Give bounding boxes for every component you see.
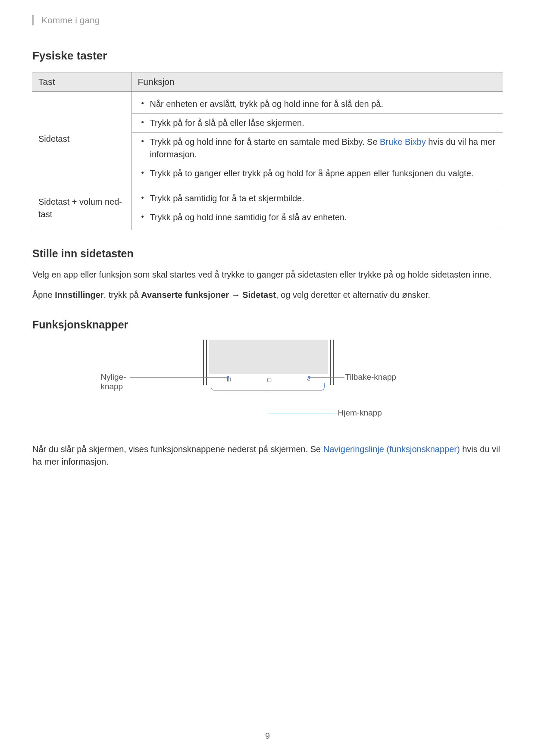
- callout-line: [268, 413, 337, 413]
- diagram-label-back: Tilbake-knapp: [345, 372, 397, 382]
- list-item: Trykk på samtidig for å ta et skjermbild…: [138, 190, 497, 207]
- table-row: Sidetast Når enheten er avslått, trykk p…: [32, 92, 503, 186]
- page-number: 9: [0, 731, 535, 741]
- table-header-function: Funksjon: [131, 72, 503, 92]
- diagram-label-home: Hjem-knapp: [338, 408, 382, 418]
- list-item: Trykk på to ganger eller trykk på og hol…: [138, 165, 497, 182]
- callout-dot: [227, 376, 229, 378]
- link-bruke-bixby[interactable]: Bruke Bixby: [380, 137, 426, 147]
- key-sidetast: Sidetast: [32, 92, 131, 186]
- bold-avanserte-funksjoner: Avanserte funksjoner: [141, 290, 229, 300]
- divider: [132, 208, 503, 208]
- diagram-label-recent: Nylige-knapp: [100, 372, 126, 391]
- callout-dot: [308, 376, 310, 378]
- device-frame: III ▢ <: [203, 340, 334, 385]
- table-header-key: Tast: [32, 72, 131, 92]
- list-item: Trykk på og hold inne samtidig for å slå…: [138, 209, 497, 226]
- diagram-funksjonsknapper: III ▢ < Nylige-knapp Tilbake-knapp Hjem-…: [130, 340, 406, 426]
- bold-sidetast: Sidetast: [242, 290, 276, 300]
- bold-innstillinger: Innstillinger: [55, 290, 103, 300]
- link-navigeringslinje[interactable]: Navigeringslinje (funksjonsknapper): [323, 444, 460, 454]
- callout-line: [130, 377, 227, 378]
- paragraph-sidetast-steps: Åpne Innstillinger, trykk på Avanserte f…: [32, 289, 503, 301]
- divider: [132, 164, 503, 164]
- func-sidetast: Når enheten er avslått, trykk på og hold…: [131, 92, 503, 186]
- breadcrumb: Komme i gang: [32, 15, 503, 25]
- subsection-title-stille-inn-sidetasten: Stille inn sidetasten: [32, 247, 503, 260]
- list-item: Når enheten er avslått, trykk på og hold…: [138, 95, 497, 113]
- table-row: Sidetast + volum ned-tast Trykk på samti…: [32, 186, 503, 230]
- divider: [132, 113, 503, 114]
- func-sidetast-volumned: Trykk på samtidig for å ta et skjermbild…: [131, 186, 503, 230]
- paragraph-sidetast-intro: Velg en app eller funksjon som skal star…: [32, 269, 503, 281]
- subsection-title-funksjonsknapper: Funksjonsknapper: [32, 319, 503, 331]
- callout-line: [310, 377, 344, 378]
- divider: [132, 132, 503, 133]
- physical-keys-table: Tast Funksjon Sidetast Når enheten er av…: [32, 72, 503, 230]
- list-item: Trykk på for å slå på eller låse skjerme…: [138, 114, 497, 132]
- key-sidetast-volumned: Sidetast + volum ned-tast: [32, 186, 131, 230]
- home-icon: ▢: [267, 377, 272, 383]
- paragraph-funcbuttons: Når du slår på skjermen, vises funksjons…: [32, 443, 503, 468]
- list-item: Trykk på og hold inne for å starte en sa…: [138, 133, 497, 163]
- callout-line: [268, 384, 268, 413]
- section-title-physical-keys: Fysiske taster: [32, 49, 503, 62]
- breadcrumb-text: Komme i gang: [41, 15, 100, 25]
